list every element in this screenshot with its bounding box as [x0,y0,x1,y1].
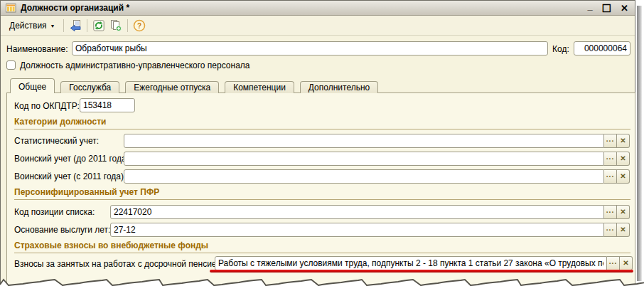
military-before-2011-select-button[interactable]: ... [604,152,617,166]
annotation-underline [210,270,633,273]
early-pension-field: ... ✕ [215,256,633,270]
military-before-2011-clear-button[interactable]: ✕ [617,152,630,166]
toolbar-separator [63,19,64,32]
code-input[interactable] [574,41,630,55]
maximize-button[interactable]: ☐ [602,4,611,13]
tab-additional[interactable]: Дополнительно [300,81,378,93]
military-since-2011-label: Воинский учет (с 2011 года): [14,171,126,181]
svg-text:?: ? [136,21,141,29]
tab-panel-general: Код по ОКПДТР: Категории должности Стати… [6,92,635,287]
admin-position-label: Должность административно-управленческог… [20,60,249,70]
okpdtr-input[interactable] [80,98,135,112]
tab-annual-leaves[interactable]: Ежегодные отпуска [125,81,219,93]
position-code-label: Код позиции списка: [14,207,95,217]
app-window: Должности организаций * _ ☐ ✕ Действия ▼ [0,0,635,286]
name-label: Наименование: [6,44,68,54]
titlebar: Должности организаций * _ ☐ ✕ [1,1,635,16]
stat-account-select-button[interactable]: ... [604,134,617,148]
seniority-basis-label: Основание выслуги лет: [14,225,110,235]
seniority-basis-select-button[interactable]: ... [604,223,617,237]
tab-competencies[interactable]: Компетенции [225,81,294,93]
window-controls: _ ☐ ✕ [587,4,628,13]
window-shadow [637,6,642,281]
early-pension-clear-button[interactable]: ✕ [620,256,633,270]
position-code-field: ... ✕ [110,205,630,219]
torn-edge [0,277,644,291]
okpdtr-label: Код по ОКПДТР: [14,101,80,111]
early-pension-label: Взносы за занятых на работах с досрочной… [14,259,224,269]
early-pension-select-button[interactable]: ... [607,256,620,270]
stat-account-field: ... ✕ [124,134,630,148]
military-since-2011-input[interactable] [124,169,604,184]
stat-account-clear-button[interactable]: ✕ [617,134,630,148]
close-button[interactable]: ✕ [621,4,628,13]
actions-menu-button[interactable]: Действия ▼ [4,18,60,33]
section-insurance: Страховые взносы во внебюджетные фонды [14,240,630,253]
write-icon[interactable] [68,18,83,33]
tab-general[interactable]: Общее [10,78,55,93]
military-since-2011-clear-button[interactable]: ✕ [617,169,630,184]
copy-add-icon[interactable] [108,18,124,33]
military-before-2011-label: Воинский учет (до 2011 года): [14,154,132,164]
catalog-table-icon [6,3,16,13]
admin-position-checkbox[interactable] [6,60,16,70]
name-input[interactable] [72,41,548,55]
military-before-2011-field: ... ✕ [124,152,630,166]
tab-strip: Общее Госслужба Ежегодные отпуска Компет… [10,78,384,93]
screenshot-root: { "window": { "title": "Должности органи… [0,0,644,291]
toolbar: Действия ▼ [1,16,635,36]
help-icon[interactable]: ? [132,18,147,33]
stat-account-input[interactable] [124,134,604,148]
seniority-basis-field: ... ✕ [110,223,630,237]
section-pfr: Персонифицированный учет ПФР [14,187,630,200]
section-categories: Категории должности [14,117,630,129]
stat-account-label: Статистический учет: [14,136,99,146]
actions-menu-label: Действия [9,21,47,31]
code-label: Код: [552,44,569,54]
chevron-down-icon: ▼ [50,23,55,28]
tab-civil-service[interactable]: Госслужба [60,81,119,93]
early-pension-input[interactable] [215,256,607,270]
position-code-clear-button[interactable]: ✕ [617,205,630,219]
military-before-2011-input[interactable] [124,152,604,166]
refresh-icon[interactable] [91,18,107,33]
military-since-2011-select-button[interactable]: ... [604,169,617,184]
military-since-2011-field: ... ✕ [124,169,630,184]
seniority-basis-clear-button[interactable]: ✕ [617,223,630,237]
position-code-input[interactable] [110,205,604,219]
toolbar-separator [127,19,128,32]
position-code-select-button[interactable]: ... [604,205,617,219]
seniority-basis-input[interactable] [110,223,604,237]
toolbar-separator [87,19,87,32]
window-title: Должности организаций * [21,3,587,13]
minimize-button[interactable]: _ [587,1,592,11]
